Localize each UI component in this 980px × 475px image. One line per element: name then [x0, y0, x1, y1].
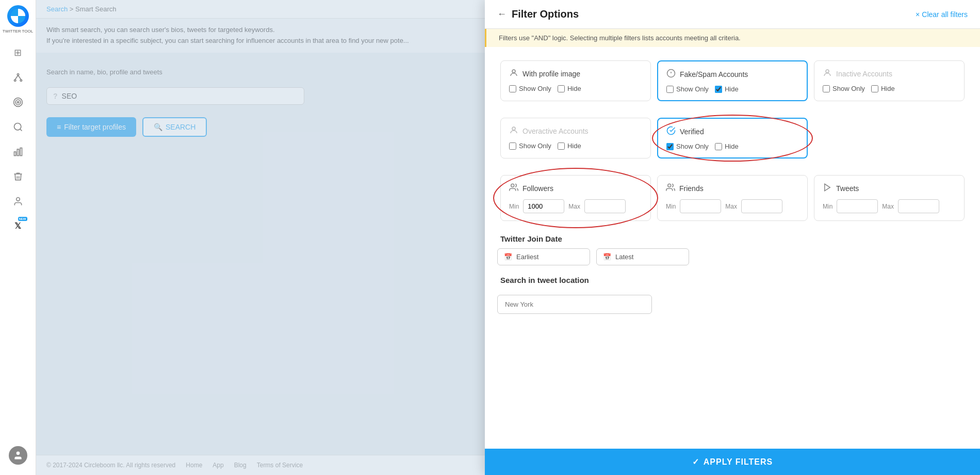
inactive-show-only-checkbox[interactable]	[823, 85, 830, 92]
filter-card-overactive: Overactive Accounts Show Only Hide	[500, 118, 651, 159]
svg-point-22	[668, 184, 671, 187]
friends-min-input[interactable]	[680, 199, 721, 213]
svg-point-7	[17, 101, 19, 103]
clear-filters-label: Clear all filters	[922, 10, 968, 19]
filter-card-verified: Verified Show Only Hide	[657, 118, 808, 159]
tweets-min-input[interactable]	[837, 199, 878, 213]
date-inputs-row: 📅 Earliest 📅 Latest	[497, 248, 968, 265]
profile-image-icon	[509, 68, 518, 80]
fake-spam-hide[interactable]: Hide	[715, 85, 739, 93]
profile-image-hide[interactable]: Hide	[558, 85, 581, 92]
sidebar-item-x-twitter[interactable]: 𝕏	[8, 216, 28, 236]
overactive-hide[interactable]: Hide	[558, 142, 581, 150]
friends-title: Friends	[679, 184, 704, 193]
svg-line-4	[18, 75, 21, 79]
filter-row-2-empty	[811, 115, 968, 162]
followers-min-input[interactable]	[523, 199, 564, 213]
inactive-hide-checkbox[interactable]	[871, 85, 878, 92]
inactive-hide[interactable]: Hide	[871, 85, 895, 92]
user-avatar[interactable]	[9, 446, 27, 465]
filter-followers-wrap: Followers Min Max	[500, 175, 651, 221]
verified-show-only[interactable]: Show Only	[666, 142, 709, 150]
filter-card-fake-spam: Fake/Spam Accounts Show Only Hide	[657, 60, 808, 101]
friends-max-input[interactable]	[741, 199, 782, 213]
clear-all-filters-button[interactable]: × Clear all filters	[916, 10, 968, 19]
filter-panel-header: ← Filter Options × Clear all filters	[485, 0, 980, 29]
verified-title: Verified	[680, 128, 704, 136]
sidebar-item-dashboard[interactable]: ⊞	[8, 42, 28, 63]
friends-icon	[666, 183, 675, 194]
location-input[interactable]	[497, 295, 652, 314]
overactive-show-only[interactable]: Show Only	[509, 142, 551, 150]
filter-panel: ← Filter Options × Clear all filters Fil…	[485, 0, 980, 475]
verified-hide-checkbox[interactable]	[715, 143, 722, 150]
apply-filters-footer: ✓ APPLY FILTERS	[485, 449, 980, 475]
tweets-icon	[823, 183, 832, 194]
filter-card-with-profile-image: With profile image Show Only Hide	[500, 60, 651, 101]
overactive-title: Overactive Accounts	[522, 127, 589, 135]
inactive-show-only[interactable]: Show Only	[823, 85, 865, 92]
svg-rect-10	[14, 152, 15, 156]
svg-marker-23	[825, 184, 830, 191]
sidebar-item-analytics[interactable]	[8, 141, 28, 162]
profile-image-title: With profile image	[522, 70, 580, 78]
followers-max-input[interactable]	[584, 199, 626, 213]
calendar-earliest-icon: 📅	[504, 253, 512, 261]
svg-point-13	[16, 197, 20, 201]
sidebar-item-network[interactable]	[8, 67, 28, 88]
overactive-icon	[509, 125, 518, 137]
overactive-show-only-checkbox[interactable]	[509, 142, 516, 150]
sidebar-item-profile[interactable]	[8, 191, 28, 212]
followers-icon	[509, 183, 518, 194]
svg-rect-12	[20, 148, 22, 155]
latest-date-input[interactable]: 📅 Latest	[596, 248, 689, 265]
fake-spam-show-only[interactable]: Show Only	[666, 85, 709, 93]
sidebar-logo-label: TWITTER TOOL	[3, 29, 33, 34]
filter-row-2: Overactive Accounts Show Only Hide	[497, 115, 968, 162]
apply-filters-label: APPLY FILTERS	[704, 457, 773, 467]
clear-filters-x-icon: ×	[916, 10, 920, 19]
filter-notice: Filters use "AND" logic. Selecting multi…	[485, 29, 980, 47]
join-date-label: Twitter Join Date	[500, 234, 965, 243]
verified-show-only-checkbox[interactable]	[666, 143, 674, 150]
overactive-hide-checkbox[interactable]	[558, 142, 565, 150]
svg-line-9	[20, 129, 22, 131]
sidebar: TWITTER TOOL ⊞ 𝕏	[0, 0, 36, 475]
svg-point-15	[512, 70, 515, 73]
sidebar-logo[interactable]	[7, 5, 29, 27]
earliest-date-input[interactable]: 📅 Earliest	[497, 248, 590, 265]
svg-rect-11	[17, 149, 19, 156]
svg-point-21	[511, 184, 514, 187]
svg-point-14	[16, 452, 20, 455]
profile-image-show-only[interactable]: Show Only	[509, 85, 551, 92]
verified-icon	[666, 126, 676, 137]
svg-point-6	[15, 100, 21, 105]
filter-row-1: With profile image Show Only Hide	[497, 57, 968, 104]
location-label: Search in tweet location	[500, 276, 965, 284]
fake-spam-title: Fake/Spam Accounts	[680, 70, 748, 78]
sidebar-item-target[interactable]	[8, 92, 28, 113]
apply-check-icon: ✓	[692, 457, 699, 467]
fake-spam-icon	[666, 69, 676, 80]
svg-point-19	[826, 70, 829, 73]
fake-spam-hide-checkbox[interactable]	[715, 86, 722, 93]
verified-hide[interactable]: Hide	[715, 142, 739, 150]
svg-point-8	[14, 123, 21, 130]
filter-body: With profile image Show Only Hide	[485, 47, 980, 449]
sidebar-item-trash[interactable]	[8, 166, 28, 187]
filter-card-friends: Friends Min Max	[657, 175, 808, 221]
svg-point-1	[14, 80, 15, 81]
apply-filters-button[interactable]: ✓ APPLY FILTERS	[692, 457, 773, 467]
filter-card-tweets: Tweets Min Max	[814, 175, 965, 221]
profile-image-hide-checkbox[interactable]	[558, 85, 565, 92]
calendar-latest-icon: 📅	[603, 253, 611, 261]
tweets-max-input[interactable]	[898, 199, 939, 213]
sidebar-item-search[interactable]	[8, 117, 28, 137]
profile-image-show-only-checkbox[interactable]	[509, 85, 516, 92]
fake-spam-show-only-checkbox[interactable]	[666, 86, 674, 93]
filter-card-inactive: Inactive Accounts Show Only Hide	[814, 60, 965, 101]
filter-row-3: Followers Min Max	[497, 172, 968, 224]
back-button[interactable]: ←	[497, 9, 507, 20]
svg-line-3	[15, 75, 18, 79]
filter-panel-title: Filter Options	[512, 8, 579, 20]
